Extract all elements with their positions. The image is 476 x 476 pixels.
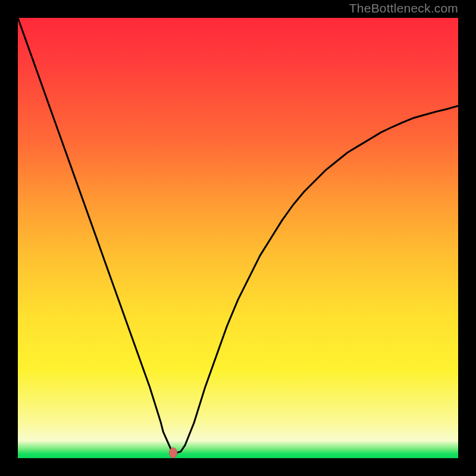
curve-svg [18,18,458,458]
bottleneck-curve [18,18,458,453]
plot-area [18,18,458,458]
chart-frame: TheBottleneck.com [0,0,476,476]
watermark-text: TheBottleneck.com [349,1,458,15]
